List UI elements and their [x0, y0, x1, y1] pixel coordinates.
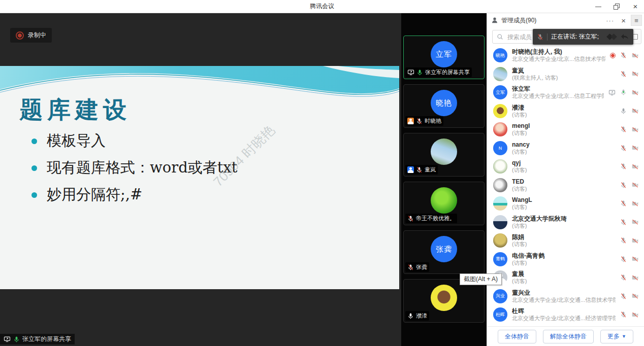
mic-live-icon — [620, 89, 627, 96]
avatar — [493, 104, 507, 118]
screen-share-indicator: 张立军的屏幕共享 — [0, 334, 75, 344]
participant-affiliation: 北京交通大学企业/北京...信息工程学院 — [512, 93, 604, 99]
participant-status-icons — [620, 237, 640, 244]
mic-white-muted-icon — [416, 166, 423, 174]
video-tile[interactable]: 张龚 张龚 — [403, 230, 485, 274]
participant-affiliation: (访客) — [512, 149, 616, 155]
participant-name: 杜晖 — [512, 307, 616, 315]
participant-row[interactable]: 晓艳 时晓艳(主持人, 我) 北京交通大学企业/北京...信息技术学院 — [487, 46, 644, 65]
minimize-button[interactable] — [595, 4, 601, 10]
participant-name: 帝王不败优雅。 — [416, 215, 455, 222]
more-button[interactable]: 更多▼ — [600, 330, 633, 343]
cam-muted-icon — [631, 71, 639, 77]
recording-label: 录制中 — [28, 31, 46, 40]
mic-muted-icon — [620, 293, 627, 300]
participant-row[interactable]: 杜晖 杜晖 北京交通大学企业/北京交通...经济管理学院 — [487, 305, 644, 324]
participant-affiliation: (访客) — [512, 223, 616, 229]
avatar: 晓艳 — [431, 90, 457, 116]
participant-affiliation: 北京交通大学企业/北京交通...信息技术学院 — [512, 297, 616, 303]
participant-row[interactable]: TED (访客) — [487, 176, 644, 195]
mic-muted-icon — [620, 237, 627, 244]
participant-status-icons — [620, 219, 640, 226]
speaking-toast-text: 正在讲话: 张立军; — [551, 32, 599, 41]
panel-close-button[interactable]: × — [619, 16, 628, 25]
cam-muted-icon — [631, 52, 639, 59]
participant-row[interactable]: 童岚 (联席主持人, 访客) — [487, 65, 644, 84]
video-tile[interactable]: 帝王不败优雅。 — [403, 182, 485, 225]
participant-name: 时晓艳 — [425, 117, 441, 125]
panel-menu-button[interactable]: ··· — [604, 17, 616, 24]
avatar — [493, 67, 507, 81]
cam-muted-icon — [631, 256, 639, 262]
participant-row[interactable]: mengl (访客) — [487, 120, 644, 139]
cam-muted-icon — [631, 163, 639, 170]
participant-row[interactable]: 陈娟 (访客) — [487, 231, 644, 250]
slide-bullets: 模板导入 现有题库格式：word或者txt 妙用分隔符;,# — [31, 131, 237, 205]
screen-gray-icon — [608, 89, 616, 96]
participant-affiliation: (访客) — [512, 241, 616, 248]
video-tile[interactable]: 立军 张立军的屏幕共享 — [403, 36, 485, 79]
thumbnail-strip: 立军 张立军的屏幕共享 晓艳 时晓艳 童岚 帝王不败优雅。 张龚 张龚 — [401, 13, 487, 346]
participant-status-icons — [620, 256, 640, 263]
video-tile-label: 张立军的屏幕共享 — [405, 67, 472, 77]
participant-name: 陈娟 — [512, 233, 616, 241]
mic-muted-icon — [620, 274, 627, 281]
panel-layout-button[interactable]: ≡ — [631, 15, 642, 26]
mic-muted-icon — [620, 71, 627, 78]
cam-muted-icon — [631, 237, 639, 244]
unmute-all-button[interactable]: 解除全体静音 — [543, 330, 594, 343]
cam-muted-icon — [631, 200, 639, 207]
screen-share-icon — [4, 336, 11, 342]
participant-row[interactable]: N nancy (访客) — [487, 139, 644, 158]
participant-status-icons — [620, 163, 640, 170]
video-tile[interactable]: 濮溙 — [403, 279, 485, 323]
video-tile-label: 张龚 — [405, 262, 429, 272]
participant-name: WangL — [512, 196, 616, 204]
participant-name: 董兴业 — [512, 289, 616, 297]
recording-badge: 录制中 — [10, 28, 52, 43]
member-panel: 管理成员(90) ··· × ≡ 正在讲话: 张立军; 晓艳 时晓艳(主持人, … — [487, 13, 644, 346]
mute-all-button[interactable]: 全体静音 — [498, 330, 536, 343]
avatar: 晓艳 — [493, 48, 507, 62]
participant-status-icons — [620, 145, 640, 152]
participant-name: 童晨 — [512, 270, 616, 278]
participant-row[interactable]: 童晨 (访客) — [487, 268, 644, 287]
participant-name: qyj — [512, 159, 616, 167]
participant-status-icons — [620, 71, 640, 78]
toast-watermark-icons — [605, 32, 629, 42]
avatar — [493, 122, 507, 136]
participant-row[interactable]: 北京交通大学阮秋琦 (访客) — [487, 213, 644, 232]
participant-row[interactable]: WangL (访客) — [487, 194, 644, 213]
window-title: 腾讯会议 — [0, 0, 644, 13]
participant-row[interactable]: 兴业 董兴业 北京交通大学企业/北京交通...信息技术学院 — [487, 287, 644, 306]
screenshot-tooltip: 截图(Alt + A) — [460, 273, 502, 285]
video-tile[interactable]: 童岚 — [403, 133, 485, 177]
speaking-toast: 正在讲话: 张立军; — [533, 29, 633, 45]
window-titlebar: 腾讯会议 × — [0, 0, 644, 13]
participant-row[interactable]: 濮溙 (访客) — [487, 102, 644, 121]
cam-muted-icon — [631, 108, 639, 114]
cam-muted-icon — [631, 312, 639, 318]
bullet-dot — [31, 165, 37, 171]
caret-down-icon: ▼ — [622, 334, 626, 339]
diamond-icons — [605, 32, 620, 42]
avatar: N — [493, 141, 507, 155]
participant-affiliation: (访客) — [512, 130, 616, 136]
participant-name: 电信-高青鹤 — [512, 252, 616, 260]
avatar — [493, 159, 507, 174]
participant-affiliation: (访客) — [512, 204, 616, 211]
participant-status-icons — [620, 274, 640, 281]
close-button[interactable]: × — [632, 4, 639, 10]
participant-status-icons — [620, 108, 640, 115]
cam-muted-icon — [631, 126, 639, 133]
participant-name: TED — [512, 178, 616, 186]
restore-button[interactable] — [614, 4, 620, 10]
participant-row[interactable]: qyj (访客) — [487, 157, 644, 176]
search-icon — [497, 33, 503, 40]
participant-row[interactable]: 青鹤 电信-高青鹤 (访客) — [487, 250, 644, 269]
participant-row[interactable]: 立军 张立军 北京交通大学企业/北京...信息工程学院 — [487, 83, 644, 102]
avatar: 青鹤 — [493, 252, 507, 266]
video-tile[interactable]: 晓艳 时晓艳 — [403, 84, 485, 128]
cam-muted-icon — [631, 89, 639, 96]
video-tile-label: 帝王不败优雅。 — [405, 214, 457, 223]
